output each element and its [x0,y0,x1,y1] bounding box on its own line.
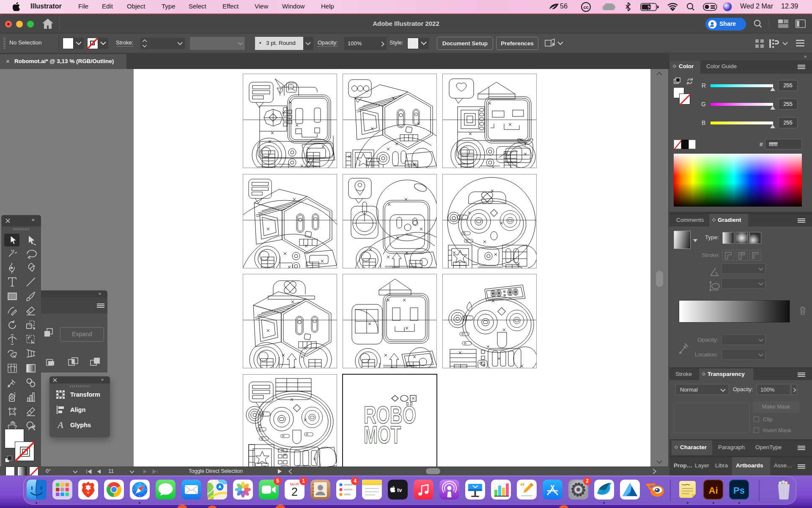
svg-text:“: “ [520,480,525,491]
svg-text:Ps: Ps [733,485,745,496]
svg-text:tv: tv [397,487,402,493]
svg-text:Ai: Ai [709,485,718,496]
svg-text:MOT: MOT [364,421,401,448]
svg-text:2: 2 [291,486,298,498]
svg-text:A: A [57,420,63,430]
svg-text:cc: cc [583,5,588,10]
svg-text:00:00: 00:00 [490,287,519,300]
